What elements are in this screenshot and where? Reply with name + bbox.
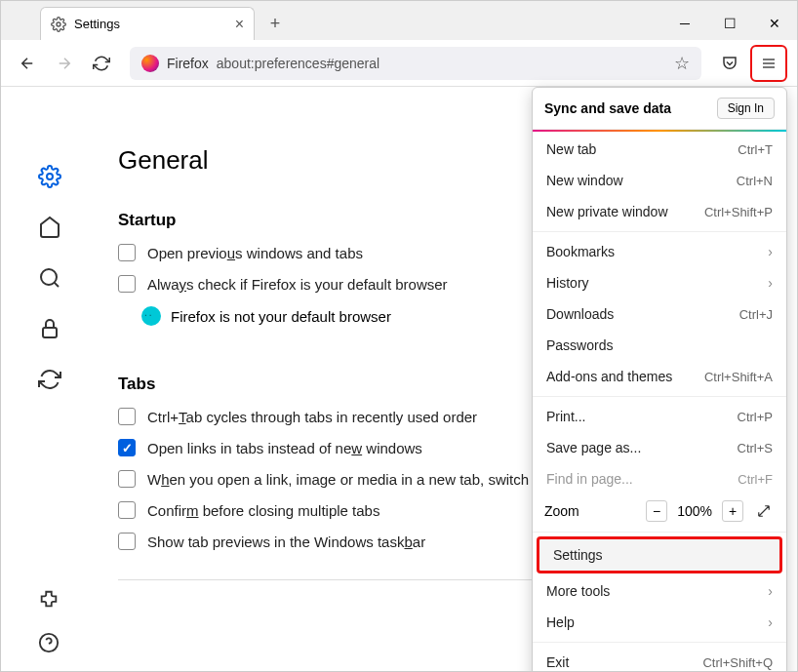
menu-bookmarks[interactable]: Bookmarks › (533, 236, 786, 267)
menu-downloads[interactable]: Downloads Ctrl+J (533, 298, 786, 330)
menu-history[interactable]: History › (533, 267, 786, 298)
taskbar-preview-checkbox[interactable] (118, 533, 136, 550)
chevron-right-icon: › (768, 244, 773, 259)
menu-save-as[interactable]: Save page as... Ctrl+S (533, 432, 786, 463)
menu-more-tools[interactable]: More tools › (533, 575, 786, 607)
window-controls: ─ ☐ ✕ (662, 7, 797, 40)
maximize-button[interactable]: ☐ (707, 7, 752, 40)
app-menu-button[interactable] (753, 48, 784, 79)
menu-help[interactable]: Help › (533, 607, 786, 638)
open-links-checkbox[interactable] (118, 439, 136, 456)
always-check-label: Always check if Firefox is your default … (147, 276, 448, 293)
nav-help-icon[interactable] (38, 632, 61, 655)
confirm-close-label: Confirm before closing multiple tabs (147, 502, 379, 519)
open-previous-checkbox[interactable] (118, 244, 136, 261)
nav-general-icon[interactable] (38, 165, 61, 188)
signin-button[interactable]: Sign In (717, 98, 775, 119)
svg-rect-7 (43, 328, 57, 337)
nav-home-icon[interactable] (38, 216, 61, 239)
chevron-right-icon: › (768, 614, 773, 630)
nav-privacy-icon[interactable] (38, 317, 61, 340)
chevron-right-icon: › (768, 275, 773, 291)
taskbar-preview-label: Show tab previews in the Windows taskbar (147, 534, 425, 550)
forward-button[interactable] (48, 47, 81, 80)
switch-to-checkbox[interactable] (118, 470, 136, 488)
url-bar[interactable]: Firefox about:preferences#general ☆ (130, 47, 701, 80)
tab-title: Settings (74, 17, 120, 31)
url-text: about:preferences#general (217, 56, 379, 71)
menu-passwords[interactable]: Passwords (533, 330, 786, 361)
menu-new-tab[interactable]: New tab Ctrl+T (533, 134, 786, 165)
firefox-logo-icon (141, 55, 159, 72)
minimize-button[interactable]: ─ (662, 7, 707, 40)
chevron-right-icon: › (768, 583, 773, 599)
browser-tab[interactable]: Settings × (40, 7, 255, 40)
nav-sync-icon[interactable] (38, 368, 61, 391)
toolbar: Firefox about:preferences#general ☆ (1, 40, 797, 87)
window-titlebar: Settings × + ─ ☐ ✕ (1, 1, 797, 40)
gear-icon (51, 17, 66, 32)
svg-point-4 (47, 174, 53, 179)
nav-extensions-icon[interactable] (38, 589, 61, 613)
nav-search-icon[interactable] (38, 266, 61, 290)
menu-find-in-page: Find in page... Ctrl+F (533, 463, 786, 494)
menu-print[interactable]: Print... Ctrl+P (533, 401, 786, 432)
back-button[interactable] (11, 47, 44, 80)
menu-separator (533, 231, 786, 232)
bookmark-star-icon[interactable]: ☆ (674, 53, 690, 74)
sync-label: Sync and save data (544, 100, 671, 116)
menu-exit[interactable]: Exit Ctrl+Shift+Q (533, 647, 786, 672)
app-menu-highlight (750, 45, 787, 82)
menu-gradient-separator (533, 130, 786, 132)
menu-sync-header: Sync and save data Sign In (533, 88, 786, 130)
ctrl-tab-checkbox[interactable] (118, 408, 136, 425)
not-default-label: Firefox is not your default browser (171, 308, 391, 325)
settings-nav (1, 87, 99, 671)
switch-to-label: When you open a link, image or media in … (147, 471, 537, 488)
svg-point-5 (41, 269, 57, 285)
zoom-out-button[interactable]: − (646, 500, 667, 522)
menu-separator (533, 532, 786, 533)
open-links-label: Open links in tabs instead of new window… (147, 440, 422, 456)
open-previous-label: Open previous windows and tabs (147, 245, 363, 261)
pocket-button[interactable] (713, 47, 746, 80)
close-button[interactable]: ✕ (752, 7, 797, 40)
menu-addons[interactable]: Add-ons and themes Ctrl+Shift+A (533, 361, 786, 392)
ctrl-tab-label: Ctrl+Tab cycles through tabs in recently… (147, 409, 477, 425)
fullscreen-button[interactable] (753, 500, 775, 522)
zoom-in-button[interactable]: + (722, 500, 743, 522)
menu-new-window[interactable]: New window Ctrl+N (533, 165, 786, 196)
new-tab-button[interactable]: + (260, 9, 290, 38)
confirm-close-checkbox[interactable] (118, 501, 136, 519)
brand-label: Firefox (167, 56, 209, 71)
svg-line-6 (55, 283, 59, 287)
svg-point-0 (57, 22, 60, 26)
menu-settings[interactable]: Settings (537, 536, 782, 573)
reload-button[interactable] (85, 47, 118, 80)
always-check-checkbox[interactable] (118, 275, 136, 293)
zoom-value: 100% (677, 503, 712, 519)
globe-icon (141, 306, 161, 326)
tab-close-icon[interactable]: × (235, 16, 244, 33)
app-menu-panel: Sync and save data Sign In New tab Ctrl+… (532, 87, 787, 672)
menu-separator (533, 642, 786, 643)
menu-separator (533, 396, 786, 397)
zoom-label: Zoom (544, 503, 646, 519)
menu-zoom-row: Zoom − 100% + (533, 494, 786, 528)
menu-new-private-window[interactable]: New private window Ctrl+Shift+P (533, 196, 786, 227)
